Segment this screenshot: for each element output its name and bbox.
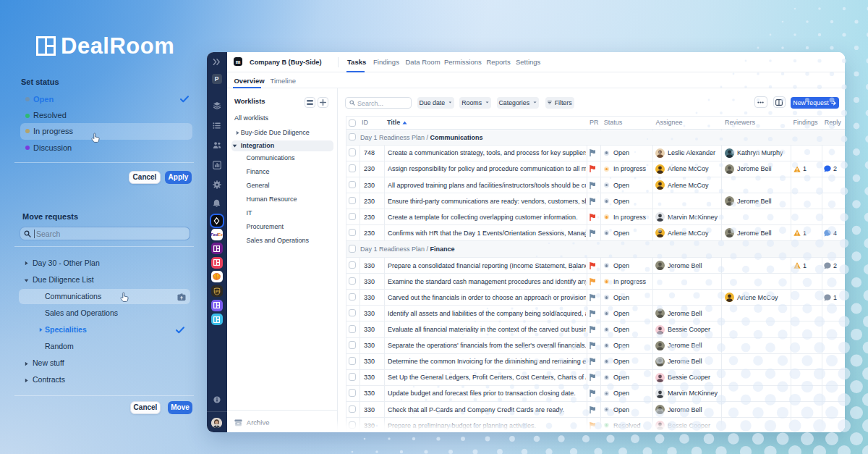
svg-text:UPS: UPS [213,290,220,293]
svg-text:m: m [236,59,241,65]
